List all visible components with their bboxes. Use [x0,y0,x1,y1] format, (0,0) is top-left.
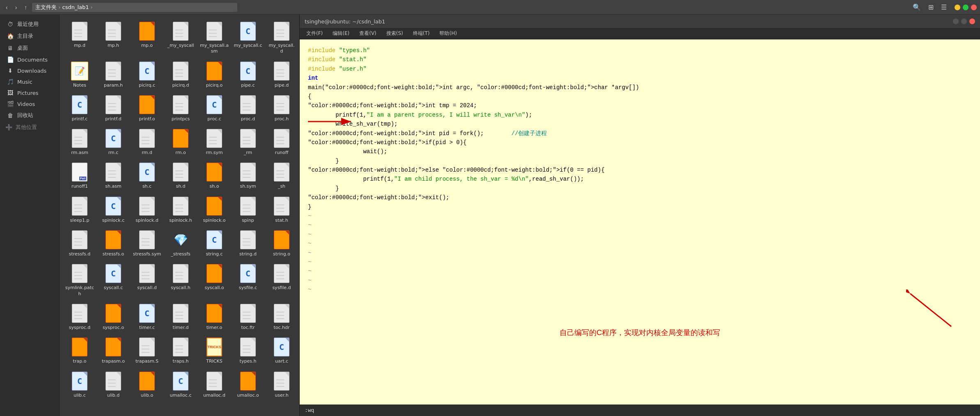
file-item[interactable]: Cpicirq.c [131,59,163,91]
file-item[interactable]: string.o [266,228,298,260]
file-item[interactable]: types.h [232,335,264,367]
file-item[interactable]: _rm [232,126,264,158]
file-item[interactable]: ulib.o [131,369,163,407]
file-item[interactable]: Csysfile.c [232,261,264,299]
view-toggle-button[interactable]: ⊞ [926,2,936,12]
file-item[interactable]: _my_syscall [165,19,197,57]
file-item[interactable]: Cuart.c [266,335,298,367]
file-item[interactable]: TRICKSTRICKS [198,335,230,367]
menu-search[interactable]: 搜索(S) [385,29,405,38]
file-item[interactable]: user.h [266,369,298,407]
file-item[interactable]: picirq.d [165,59,197,91]
file-item[interactable]: sysproc.o [97,301,129,333]
file-item[interactable]: rm.asm [64,126,96,158]
file-item[interactable]: printpcs [165,92,197,124]
file-item[interactable]: rm.sym [198,126,230,158]
file-item[interactable]: proc.h [266,92,298,124]
maximize-button[interactable] [963,5,969,10]
close-button[interactable] [971,5,977,10]
file-item[interactable]: stressfs.d [64,228,96,260]
menu-edit[interactable]: 编辑(E) [331,29,351,38]
file-item[interactable]: param.h [97,59,129,91]
file-item[interactable]: mp.d [64,19,96,57]
file-item[interactable]: stressfs.sym [131,228,163,260]
file-item[interactable]: ulib.d [97,369,129,407]
menu-terminal[interactable]: 终端(T) [411,29,431,38]
file-item[interactable]: trapasm.o [97,335,129,367]
file-item[interactable]: symlink.patch [64,261,96,299]
path-bar[interactable]: 主文件夹 › csdn_lab1 › [32,3,237,12]
sidebar-item-downloads[interactable]: ⬇ Downloads [2,65,57,76]
file-item[interactable]: my_syscall.d [266,19,298,57]
file-item[interactable]: printf.d [97,92,129,124]
terminal-maximize[interactable] [961,18,967,24]
file-item[interactable]: Cpipe.c [232,59,264,91]
file-item[interactable]: spinlock.d [131,194,163,226]
file-item[interactable]: sysfile.d [266,261,298,299]
sidebar-item-pictures[interactable]: 🖼 Pictures [2,87,57,98]
file-item[interactable]: timer.d [165,301,197,333]
file-item[interactable]: my_syscall.asm [198,19,230,57]
file-item[interactable]: sh.sym [232,160,264,192]
sidebar-item-desktop[interactable]: 🖥 桌面 [2,42,57,54]
file-item[interactable]: Cmy_syscall.c [232,19,264,57]
sidebar-item-music[interactable]: 🎵 Music [2,76,57,87]
menu-file[interactable]: 文件(F) [305,29,324,38]
code-area[interactable]: #include "types.h"#include "stat.h"#incl… [300,39,980,405]
file-item[interactable]: trap.o [64,335,96,367]
file-item[interactable]: proc.d [232,92,264,124]
file-item[interactable]: spinlock.o [198,194,230,226]
file-item[interactable]: syscall.o [198,261,230,299]
sidebar-item-trash[interactable]: 🗑 回收站 [2,110,57,121]
file-item[interactable]: picirq.o [198,59,230,91]
file-item[interactable]: Cspinlock.c [97,194,129,226]
file-item[interactable]: Cstring.c [198,228,230,260]
forward-button[interactable]: › [13,3,20,11]
up-button[interactable]: ↑ [22,3,30,11]
sidebar-item-documents[interactable]: 📄 Documents [2,54,57,65]
terminal-close[interactable] [969,18,975,24]
search-button[interactable]: 🔍 [911,2,923,12]
file-item[interactable]: pipe.d [266,59,298,91]
file-item[interactable]: stressfs.o [97,228,129,260]
file-item[interactable]: Cproc.c [198,92,230,124]
file-item[interactable]: toc.ftr [232,301,264,333]
file-item[interactable]: runoff [266,126,298,158]
file-item[interactable]: sh.d [165,160,197,192]
file-item[interactable]: sh.o [198,160,230,192]
file-item[interactable]: mp.o [131,19,163,57]
file-item[interactable]: stat.h [266,194,298,226]
file-item[interactable]: umalloc.o [232,369,264,407]
file-item[interactable]: sh.asm [97,160,129,192]
minimize-button[interactable] [955,5,960,10]
file-item[interactable]: Cprintf.c [64,92,96,124]
file-item[interactable]: rm.d [131,126,163,158]
file-item[interactable]: syscall.d [131,261,163,299]
sidebar-item-other[interactable]: ➕ 其他位置 [0,122,59,133]
file-item[interactable]: rm.o [165,126,197,158]
file-item[interactable]: Csyscall.c [97,261,129,299]
sidebar-item-home[interactable]: 🏠 主目录 [2,30,57,42]
file-item[interactable]: mp.h [97,19,129,57]
file-item[interactable]: umalloc.d [198,369,230,407]
file-item[interactable]: Cumalloc.c [165,369,197,407]
file-item[interactable]: Culib.c [64,369,96,407]
file-item[interactable]: sysproc.d [64,301,96,333]
file-item[interactable]: timer.o [198,301,230,333]
file-item[interactable]: 📝Notes [64,59,96,91]
file-item[interactable]: string.d [232,228,264,260]
file-item[interactable]: _sh [266,160,298,192]
file-item[interactable]: traps.h [165,335,197,367]
menu-view[interactable]: 查看(V) [358,29,378,38]
menu-help[interactable]: 帮助(H) [438,29,458,38]
file-item[interactable]: Ctimer.c [131,301,163,333]
file-item[interactable]: spinp [232,194,264,226]
menu-button[interactable]: ☰ [939,2,949,12]
file-item[interactable]: syscall.h [165,261,197,299]
file-item[interactable]: trapasm.S [131,335,163,367]
file-item[interactable]: spinlock.h [165,194,197,226]
back-button[interactable]: ‹ [3,3,10,11]
file-item[interactable]: Csh.c [131,160,163,192]
sidebar-item-recent[interactable]: ⏱ 最近使用 [2,18,57,30]
file-item[interactable]: toc.hdr [266,301,298,333]
